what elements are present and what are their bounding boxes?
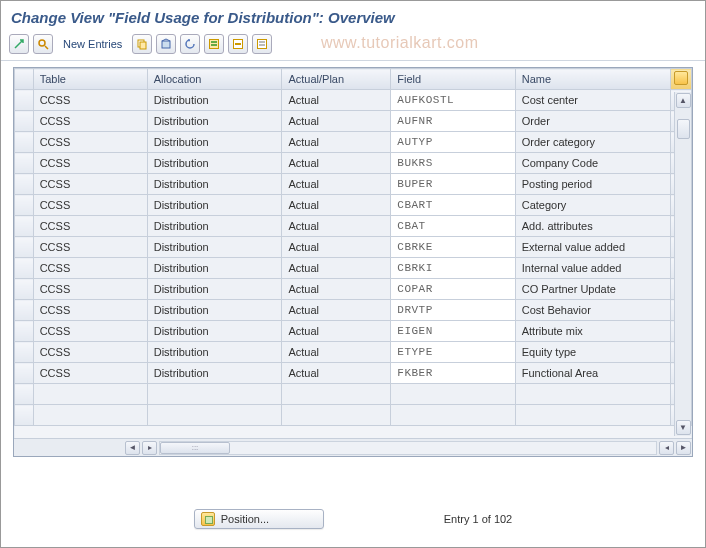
scroll-down-button[interactable]: ▼ <box>676 420 691 435</box>
cell-name[interactable]: CO Partner Update <box>515 279 671 300</box>
col-header-allocation[interactable]: Allocation <box>147 69 282 90</box>
cell-table[interactable]: CCSS <box>33 342 147 363</box>
delete-button[interactable] <box>156 34 176 54</box>
cell-allocation[interactable]: Distribution <box>147 300 282 321</box>
select-block-button[interactable] <box>228 34 248 54</box>
cell-allocation[interactable]: Distribution <box>147 90 282 111</box>
cell-table[interactable]: CCSS <box>33 111 147 132</box>
cell-allocation[interactable]: Distribution <box>147 111 282 132</box>
cell-field[interactable]: CBAT <box>391 216 515 237</box>
cell-table[interactable]: CCSS <box>33 279 147 300</box>
scroll-right2-button[interactable]: ◂ <box>659 441 674 455</box>
cell-table[interactable]: CCSS <box>33 153 147 174</box>
cell-empty[interactable] <box>515 405 671 426</box>
row-selector[interactable] <box>15 279 34 300</box>
vertical-scroll-thumb[interactable] <box>677 119 690 139</box>
col-header-name[interactable]: Name <box>515 69 671 90</box>
cell-actual-plan[interactable]: Actual <box>282 279 391 300</box>
row-selector[interactable] <box>15 132 34 153</box>
cell-empty[interactable] <box>282 384 391 405</box>
select-all-button[interactable] <box>204 34 224 54</box>
cell-table[interactable]: CCSS <box>33 174 147 195</box>
position-button[interactable]: Position... <box>194 509 324 529</box>
cell-actual-plan[interactable]: Actual <box>282 174 391 195</box>
cell-actual-plan[interactable]: Actual <box>282 111 391 132</box>
cell-name[interactable]: Cost center <box>515 90 671 111</box>
row-selector[interactable] <box>15 405 34 426</box>
cell-field[interactable]: COPAR <box>391 279 515 300</box>
cell-empty[interactable] <box>33 405 147 426</box>
cell-field[interactable]: BUKRS <box>391 153 515 174</box>
cell-actual-plan[interactable]: Actual <box>282 342 391 363</box>
row-selector[interactable] <box>15 216 34 237</box>
cell-empty[interactable] <box>147 405 282 426</box>
cell-field[interactable]: ETYPE <box>391 342 515 363</box>
undo-change-button[interactable] <box>180 34 200 54</box>
cell-empty[interactable] <box>515 384 671 405</box>
cell-name[interactable]: Add. attributes <box>515 216 671 237</box>
cell-field[interactable]: CBRKE <box>391 237 515 258</box>
cell-field[interactable]: CBRKI <box>391 258 515 279</box>
cell-actual-plan[interactable]: Actual <box>282 363 391 384</box>
cell-actual-plan[interactable]: Actual <box>282 216 391 237</box>
cell-allocation[interactable]: Distribution <box>147 216 282 237</box>
row-selector[interactable] <box>15 195 34 216</box>
cell-name[interactable]: Order <box>515 111 671 132</box>
cell-field[interactable]: AUFKOSTL <box>391 90 515 111</box>
cell-allocation[interactable]: Distribution <box>147 237 282 258</box>
cell-allocation[interactable]: Distribution <box>147 153 282 174</box>
cell-table[interactable]: CCSS <box>33 237 147 258</box>
cell-actual-plan[interactable]: Actual <box>282 258 391 279</box>
new-entries-button[interactable]: New Entries <box>57 38 128 50</box>
cell-empty[interactable] <box>33 384 147 405</box>
cell-actual-plan[interactable]: Actual <box>282 300 391 321</box>
find-button[interactable] <box>33 34 53 54</box>
cell-table[interactable]: CCSS <box>33 132 147 153</box>
cell-table[interactable]: CCSS <box>33 363 147 384</box>
cell-table[interactable]: CCSS <box>33 300 147 321</box>
cell-actual-plan[interactable]: Actual <box>282 321 391 342</box>
horizontal-scrollbar[interactable]: ◄ ▸ ::: ◂ ► <box>14 438 692 456</box>
cell-empty[interactable] <box>282 405 391 426</box>
toggle-display-change-button[interactable] <box>9 34 29 54</box>
cell-field[interactable]: FKBER <box>391 363 515 384</box>
scroll-up-button[interactable]: ▲ <box>676 93 691 108</box>
cell-actual-plan[interactable]: Actual <box>282 90 391 111</box>
row-selector[interactable] <box>15 342 34 363</box>
cell-name[interactable]: Attribute mix <box>515 321 671 342</box>
table-settings-button[interactable] <box>671 69 692 90</box>
horizontal-scroll-thumb[interactable]: ::: <box>160 442 230 454</box>
cell-allocation[interactable]: Distribution <box>147 174 282 195</box>
col-header-table[interactable]: Table <box>33 69 147 90</box>
cell-table[interactable]: CCSS <box>33 216 147 237</box>
row-selector-header[interactable] <box>15 69 34 90</box>
cell-allocation[interactable]: Distribution <box>147 195 282 216</box>
cell-name[interactable]: Order category <box>515 132 671 153</box>
cell-name[interactable]: External value added <box>515 237 671 258</box>
cell-field[interactable]: AUTYP <box>391 132 515 153</box>
horizontal-scroll-track[interactable]: ::: <box>159 441 657 455</box>
row-selector[interactable] <box>15 321 34 342</box>
cell-field[interactable]: AUFNR <box>391 111 515 132</box>
col-header-actual-plan[interactable]: Actual/Plan <box>282 69 391 90</box>
row-selector[interactable] <box>15 384 34 405</box>
cell-allocation[interactable]: Distribution <box>147 321 282 342</box>
cell-empty[interactable] <box>391 384 515 405</box>
row-selector[interactable] <box>15 153 34 174</box>
deselect-all-button[interactable] <box>252 34 272 54</box>
cell-allocation[interactable]: Distribution <box>147 132 282 153</box>
row-selector[interactable] <box>15 363 34 384</box>
cell-allocation[interactable]: Distribution <box>147 342 282 363</box>
cell-field[interactable]: CBART <box>391 195 515 216</box>
cell-allocation[interactable]: Distribution <box>147 279 282 300</box>
scroll-left-button[interactable]: ◄ <box>125 441 140 455</box>
cell-table[interactable]: CCSS <box>33 195 147 216</box>
col-header-field[interactable]: Field <box>391 69 515 90</box>
cell-field[interactable]: BUPER <box>391 174 515 195</box>
row-selector[interactable] <box>15 90 34 111</box>
scroll-right-button[interactable]: ► <box>676 441 691 455</box>
cell-empty[interactable] <box>391 405 515 426</box>
cell-name[interactable]: Internal value added <box>515 258 671 279</box>
cell-table[interactable]: CCSS <box>33 321 147 342</box>
cell-field[interactable]: DRVTP <box>391 300 515 321</box>
